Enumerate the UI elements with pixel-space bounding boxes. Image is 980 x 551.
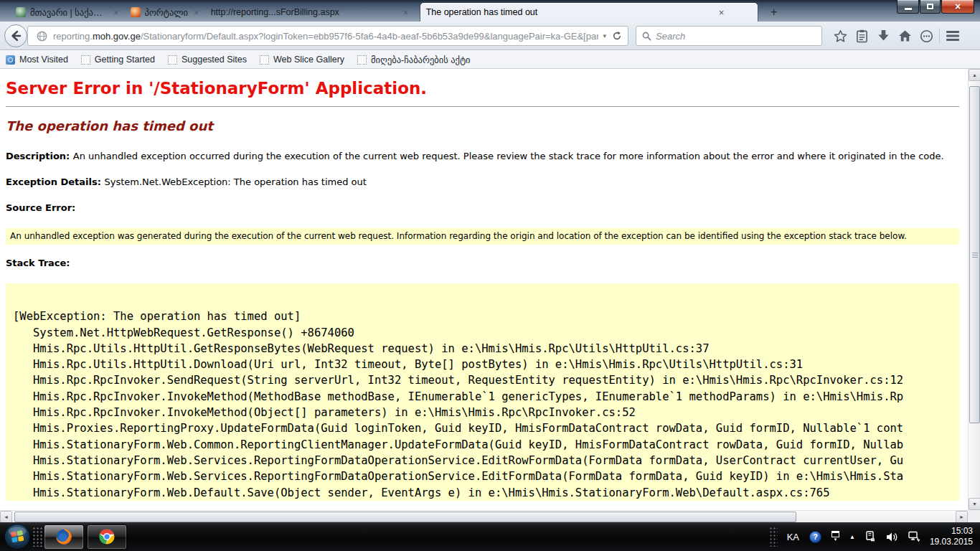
exception-label: Exception Details: — [6, 176, 104, 187]
tab-reporting[interactable]: http://reporting...sForBilling.aspx × — [205, 3, 420, 22]
volume-button[interactable] — [886, 532, 898, 542]
portal-favicon — [131, 7, 141, 17]
description-label: Description: — [6, 151, 73, 161]
tray-plug-button[interactable] — [865, 531, 876, 542]
window-controls: × — [896, 0, 974, 14]
clipboard-icon — [856, 29, 868, 43]
search-icon — [642, 32, 651, 41]
close-window-button[interactable]: × — [941, 0, 974, 14]
bookmark-label: Suggested Sites — [182, 55, 247, 65]
scroll-right-button[interactable]: ► — [956, 511, 968, 523]
clock-date: 19.03.2015 — [930, 537, 973, 547]
home-button[interactable] — [894, 25, 915, 47]
scroll-left-icon: ◄ — [4, 514, 9, 519]
menu-button[interactable] — [942, 25, 963, 47]
windows-taskbar: KA ? ▼ ▲ — [0, 522, 980, 551]
close-tab-icon[interactable]: × — [403, 8, 409, 17]
bookmark-acceptance-act[interactable]: მიღება-ჩაბარების აქტი — [357, 55, 471, 65]
scrollbar-corner — [968, 510, 980, 522]
tab-title: პორტალი — [145, 7, 188, 18]
default-favicon-placeholder — [357, 55, 367, 65]
error-page: Server Error in '/StationaryForm' Applic… — [0, 69, 968, 510]
exception-text: System.Net.WebException: The operation h… — [104, 176, 366, 187]
stack-trace-label: Stack Trace: — [6, 258, 968, 268]
restore-button[interactable] — [920, 0, 941, 14]
taskbar-firefox-button[interactable] — [44, 524, 84, 550]
show-hidden-icons-button[interactable]: ▲ — [849, 534, 855, 540]
close-icon: × — [955, 1, 961, 12]
source-error-note: An unhandled exception was generated dur… — [6, 228, 959, 245]
bookmark-label: მიღება-ჩაბარების აქტი — [371, 55, 471, 65]
search-bar[interactable] — [636, 26, 822, 46]
reload-icon — [612, 31, 622, 41]
url-history-dropdown-icon[interactable]: ▾ — [598, 32, 611, 39]
browser-titlebar: მთავარი | საქართველოს... × პორტალი × htt… — [0, 0, 980, 22]
exception-line: Exception Details: System.Net.WebExcepti… — [6, 176, 968, 187]
scroll-down-icon: ▼ — [972, 501, 977, 507]
default-favicon-placeholder — [168, 55, 177, 65]
bookmark-star-button[interactable] — [829, 25, 851, 47]
url-input[interactable]: reporting.moh.gov.ge/Stationaryform/Defa… — [53, 31, 598, 42]
bookmark-web-slice-gallery[interactable]: Web Slice Gallery — [260, 55, 344, 65]
bookmark-getting-started[interactable]: Getting Started — [81, 55, 155, 65]
scroll-left-button[interactable]: ◄ — [0, 511, 12, 523]
taskbar-grip — [32, 527, 42, 547]
back-arrow-icon — [9, 29, 22, 42]
scroll-down-button[interactable]: ▼ — [969, 498, 980, 510]
url-bar[interactable]: reporting.moh.gov.ge/Stationaryform/Defa… — [27, 26, 628, 46]
scroll-right-icon: ► — [959, 514, 964, 519]
back-button[interactable] — [4, 24, 27, 47]
close-tab-icon[interactable]: × — [719, 8, 725, 17]
globe-icon — [37, 31, 47, 42]
minimize-button[interactable] — [897, 0, 919, 14]
tab-active-timeout[interactable]: The operation has timed out × — [420, 3, 758, 22]
downloads-button[interactable] — [872, 25, 894, 47]
system-tray: KA ? ▼ ▲ — [769, 522, 980, 551]
stack-trace-box: [WebException: The operation has timed o… — [6, 283, 959, 501]
vertical-scroll-thumb[interactable] — [969, 86, 980, 423]
tab-home[interactable]: მთავარი | საქართველოს... × — [10, 3, 125, 22]
close-tab-icon[interactable]: × — [113, 8, 119, 17]
clock-time: 15:03 — [930, 526, 973, 537]
taskbar-chrome-button[interactable] — [87, 524, 127, 550]
language-help-button[interactable]: ? — [809, 531, 821, 543]
search-input[interactable] — [656, 31, 821, 42]
vertical-scrollbar[interactable]: ▲ ▼ — [968, 69, 980, 510]
network-button[interactable] — [908, 531, 920, 542]
tab-title: The operation has timed out — [426, 7, 713, 17]
page-title: Server Error in '/StationaryForm' Applic… — [6, 79, 968, 98]
scroll-up-button[interactable]: ▲ — [969, 69, 980, 81]
chevron-down-icon: ▼ — [834, 537, 838, 542]
reload-button[interactable] — [611, 31, 628, 41]
georgia-emblem-favicon — [16, 7, 26, 17]
url-domain: moh.gov.ge — [93, 31, 141, 42]
firefox-icon — [55, 527, 73, 546]
taskbar-clock[interactable]: 15:03 19.03.2015 — [930, 526, 973, 547]
browser-viewport: Server Error in '/StationaryForm' Applic… — [0, 69, 980, 522]
scroll-up-icon: ▲ — [972, 72, 977, 77]
bookmark-most-visited[interactable]: Most Visited — [6, 55, 68, 65]
most-visited-icon — [6, 55, 15, 65]
divider — [6, 106, 959, 107]
horizontal-scrollbar[interactable]: ◄ ► — [0, 510, 968, 522]
hello-chat-button[interactable] — [915, 25, 937, 47]
star-icon — [834, 29, 847, 43]
bookmarks-menu-button[interactable] — [851, 25, 872, 47]
bookmarks-toolbar: Most Visited Getting Started Suggested S… — [0, 51, 980, 69]
close-tab-icon[interactable]: × — [194, 8, 199, 17]
tab-portal[interactable]: პორტალი × — [125, 3, 205, 22]
speaker-icon — [886, 532, 898, 542]
language-indicator[interactable]: KA — [787, 532, 799, 542]
new-tab-button[interactable]: + — [765, 5, 783, 19]
language-bar-options[interactable]: ▼ — [831, 531, 839, 542]
horizontal-scroll-thumb[interactable] — [14, 512, 796, 522]
bookmark-suggested-sites[interactable]: Suggested Sites — [168, 55, 247, 65]
restore-icon — [927, 4, 933, 9]
home-icon — [898, 29, 912, 42]
tab-strip: მთავარი | საქართველოს... × პორტალი × htt… — [10, 2, 783, 22]
help-icon: ? — [809, 531, 821, 543]
toolbar-separator — [939, 28, 940, 44]
start-button[interactable] — [4, 523, 31, 550]
plug-icon — [865, 531, 876, 542]
tab-title: მთავარი | საქართველოს... — [30, 7, 108, 18]
